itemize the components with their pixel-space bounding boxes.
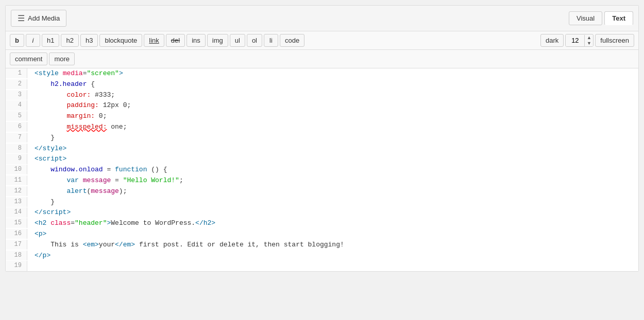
- line-content[interactable]: color: #333;: [27, 90, 115, 101]
- add-media-icon: ☰: [18, 13, 25, 23]
- line-number: 9: [6, 154, 27, 164]
- line-number: 8: [6, 144, 27, 153]
- bold-button[interactable]: b: [10, 34, 24, 47]
- code-line: 15<h2 class="header">Welcome to WordPres…: [6, 218, 638, 229]
- line-content[interactable]: }: [27, 133, 55, 144]
- line-content[interactable]: padding: 12px 0;: [27, 100, 131, 111]
- line-number: 5: [6, 111, 27, 121]
- code-line: 19: [6, 261, 638, 271]
- line-content[interactable]: This is <em>your</em> first post. Edit o…: [27, 240, 344, 251]
- line-number: 11: [6, 175, 27, 185]
- line-number: 17: [6, 240, 27, 250]
- code-line: 3 color: #333;: [6, 90, 638, 101]
- line-content[interactable]: misspeled: one;: [27, 122, 127, 133]
- top-bar: ☰ Add Media Visual Text: [6, 6, 638, 31]
- ins-button[interactable]: ins: [187, 34, 206, 47]
- code-line: 16<p>: [6, 229, 638, 240]
- code-line: 9<script>: [6, 154, 638, 165]
- code-line: 7 }: [6, 133, 638, 144]
- font-size-input[interactable]: [566, 34, 584, 46]
- line-number: 6: [6, 122, 27, 132]
- ul-button[interactable]: ul: [230, 34, 245, 47]
- code-line: 13 }: [6, 197, 638, 208]
- link-button[interactable]: link: [144, 34, 164, 47]
- line-content[interactable]: margin: 0;: [27, 111, 107, 122]
- code-line: 4 padding: 12px 0;: [6, 100, 638, 111]
- code-line: 2 h2.header {: [6, 79, 638, 90]
- code-line: 10 window.onload = function () {: [6, 165, 638, 175]
- tab-text[interactable]: Text: [604, 11, 633, 25]
- code-editor[interactable]: 1<style media="screen">2 h2.header {3 co…: [6, 68, 638, 271]
- theme-button[interactable]: dark: [540, 34, 564, 47]
- font-size-arrows: ▲ ▼: [584, 35, 593, 46]
- del-button[interactable]: del: [166, 34, 185, 47]
- code-line: 5 margin: 0;: [6, 111, 638, 122]
- h2-button[interactable]: h2: [61, 34, 78, 47]
- add-media-button[interactable]: ☰ Add Media: [11, 10, 66, 27]
- line-content[interactable]: h2.header {: [27, 79, 95, 90]
- img-button[interactable]: img: [207, 34, 228, 47]
- code-button[interactable]: code: [280, 34, 304, 47]
- toolbar-row1: b i h1 h2 h3 blockquote link del ins img…: [6, 31, 638, 50]
- add-media-label: Add Media: [28, 14, 60, 22]
- code-line: 11 var message = "Hello World!";: [6, 175, 638, 186]
- code-line: 14</script>: [6, 207, 638, 218]
- view-tabs: Visual Text: [569, 11, 633, 25]
- line-number: 19: [6, 261, 27, 271]
- line-number: 7: [6, 133, 27, 143]
- line-content[interactable]: window.onload = function () {: [27, 165, 167, 175]
- line-number: 12: [6, 186, 27, 196]
- line-content[interactable]: }: [27, 197, 55, 208]
- code-line: 18</p>: [6, 251, 638, 261]
- font-size-down[interactable]: ▼: [585, 41, 593, 46]
- line-number: 15: [6, 218, 27, 228]
- font-size-control[interactable]: ▲ ▼: [565, 34, 594, 47]
- line-content[interactable]: var message = "Hello World!";: [27, 175, 183, 186]
- font-size-up[interactable]: ▲: [585, 35, 593, 41]
- h3-button[interactable]: h3: [80, 34, 98, 47]
- code-line: 12 alert(message);: [6, 186, 638, 197]
- line-content[interactable]: </p>: [27, 251, 50, 261]
- line-content[interactable]: </script>: [27, 207, 71, 218]
- toolbar-row2: comment more: [6, 50, 638, 68]
- comment-button[interactable]: comment: [10, 52, 47, 65]
- line-number: 2: [6, 79, 27, 89]
- editor-wrapper: ☰ Add Media Visual Text b i h1 h2 h3 blo…: [5, 5, 639, 272]
- line-content[interactable]: <h2 class="header">Welcome to WordPress.…: [27, 218, 215, 229]
- line-number: 16: [6, 229, 27, 239]
- fullscreen-button[interactable]: fullscreen: [595, 34, 634, 47]
- ol-button[interactable]: ol: [247, 34, 262, 47]
- line-number: 3: [6, 90, 27, 100]
- blockquote-button[interactable]: blockquote: [99, 34, 142, 47]
- more-button[interactable]: more: [49, 52, 75, 65]
- line-content[interactable]: <style media="screen">: [27, 68, 123, 79]
- toolbar-right: dark ▲ ▼ fullscreen: [540, 34, 634, 47]
- line-number: 18: [6, 251, 27, 260]
- code-line: 17 This is <em>your</em> first post. Edi…: [6, 240, 638, 251]
- line-content[interactable]: <script>: [27, 154, 66, 165]
- line-content[interactable]: <p>: [27, 229, 46, 240]
- line-number: 10: [6, 165, 27, 174]
- italic-button[interactable]: i: [26, 34, 40, 47]
- li-button[interactable]: li: [264, 34, 278, 47]
- line-number: 14: [6, 207, 27, 217]
- line-number: 1: [6, 68, 27, 78]
- tab-visual[interactable]: Visual: [569, 11, 602, 25]
- line-content[interactable]: </style>: [27, 144, 66, 154]
- code-line: 8</style>: [6, 144, 638, 154]
- code-line: 1<style media="screen">: [6, 68, 638, 79]
- line-content[interactable]: alert(message);: [27, 186, 127, 197]
- h1-button[interactable]: h1: [42, 34, 59, 47]
- line-number: 13: [6, 197, 27, 207]
- line-number: 4: [6, 100, 27, 110]
- code-line: 6 misspeled: one;: [6, 122, 638, 133]
